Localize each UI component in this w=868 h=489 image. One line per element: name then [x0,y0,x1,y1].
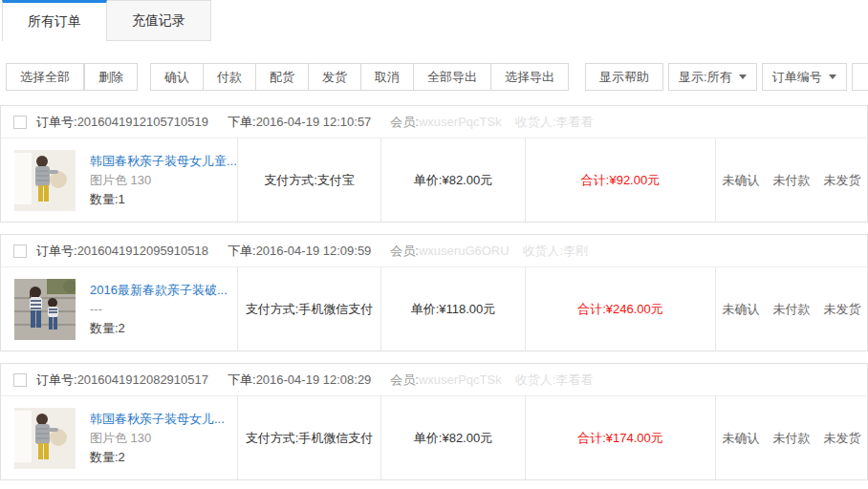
total-cell: 合计:¥174.00元 [525,396,715,479]
placed-datetime: 2016-04-19 12:10:57 [256,115,372,129]
placed-datetime: 2016-04-19 12:08:29 [256,372,372,387]
toolbar: 选择全部 删除 确认 付款 配货 发货 取消 全部导出 选择导出 显示帮助 显示… [6,63,868,91]
total-amount: ¥174.00元 [606,430,663,447]
show-filter-label: 显示:所有 [679,69,732,86]
total-label: 合计: [581,172,610,189]
order-no: 2016041912082910517 [77,372,208,387]
status-unpaid: 未付款 [773,301,811,318]
tab-all-orders[interactable]: 所有订单 [2,0,107,41]
status-cell: 未确认 未付款 未发货 [715,396,867,479]
member-label: 会员: [390,243,419,260]
product-cell: 2016最新春款亲子装破... --- 数量:2 [1,267,237,351]
product-quantity: 数量:2 [90,450,125,464]
member-label: 会员: [390,114,419,131]
order-checkbox[interactable] [13,116,27,129]
cancel-button[interactable]: 取消 [360,63,414,91]
receiver-name: 收货人:李看看 [515,372,594,389]
order-checkbox[interactable] [13,244,27,258]
member-name: wxuserPqcTSk [419,372,502,387]
member-name: wxuserPqcTSk [419,115,502,129]
toolbar-left: 选择全部 删除 确认 付款 配货 发货 取消 全部导出 选择导出 显示帮助 [6,63,663,91]
order-block: 订单号:2016041912105710519 下单:2016-04-19 12… [0,105,868,223]
status-cell: 未确认 未付款 未发货 [715,138,867,222]
unit-price-cell: 单价:¥82.00元 [380,138,525,222]
product-variant: --- [90,302,102,316]
export-selected-button[interactable]: 选择导出 [490,63,569,91]
member-name: wxuseruG6ORU [419,244,510,258]
product-variant: 图片色 130 [90,431,151,445]
receiver-name: 收货人:李刚 [523,243,589,260]
toolbar-right: 显示:所有 订单编号 [663,63,868,91]
order-body: 2016最新春款亲子装破... --- 数量:2 支付方式:手机微信支付 单价:… [1,267,867,351]
status-unpaid: 未付款 [773,172,811,189]
payment-method-cell: 支付方式:支付宝 [237,138,380,222]
total-amount: ¥92.00元 [609,172,660,189]
order-body: 韩国春秋亲子装母女儿... 图片色 130 数量:2 支付方式:手机微信支付 单… [1,396,867,479]
product-cell: 韩国春秋亲子装母女儿... 图片色 130 数量:2 [1,396,237,479]
placed-label: 下单: [228,243,256,260]
placed-label: 下单: [228,372,256,389]
product-quantity: 数量:1 [90,192,125,206]
export-all-button[interactable]: 全部导出 [413,63,491,91]
product-info: 韩国春秋亲子装母女儿童... 图片色 130 数量:1 [90,152,237,209]
product-title-link[interactable]: 韩国春秋亲子装母女儿童... [90,154,237,168]
orders-page: 所有订单 充值记录 选择全部 删除 确认 付款 配货 发货 取消 全部导出 选择… [0,0,868,489]
total-label: 合计: [577,301,606,318]
member-label: 会员: [390,372,419,389]
product-info: 韩国春秋亲子装母女儿... 图片色 130 数量:2 [90,410,225,467]
status-unshipped: 未发货 [824,430,861,447]
status-unshipped: 未发货 [824,301,861,318]
order-header: 订单号:2016041912095910518 下单:2016-04-19 12… [1,235,867,267]
payment-method-cell: 支付方式:手机微信支付 [237,267,380,351]
show-filter-dropdown[interactable]: 显示:所有 [668,63,757,91]
order-no: 2016041912105710519 [77,115,208,129]
order-no-label: 订单号: [36,372,77,389]
order-no-label: 订单号: [36,114,77,131]
order-no-label: 订单号: [36,243,77,260]
product-image[interactable] [14,279,76,340]
placed-label: 下单: [228,114,256,131]
total-label: 合计: [577,430,606,447]
order-block: 订单号:2016041912095910518 下单:2016-04-19 12… [0,234,868,351]
unit-price-cell: 单价:¥82.00元 [380,396,525,479]
status-unpaid: 未付款 [773,430,811,447]
order-body: 韩国春秋亲子装母女儿童... 图片色 130 数量:1 支付方式:支付宝 单价:… [1,138,867,222]
search-type-label: 订单编号 [772,69,822,86]
order-header: 订单号:2016041912105710519 下单:2016-04-19 12… [1,106,867,138]
product-quantity: 数量:2 [90,321,125,335]
order-block: 订单号:2016041912082910517 下单:2016-04-19 12… [0,363,868,480]
show-help-button[interactable]: 显示帮助 [585,63,663,91]
confirm-button[interactable]: 确认 [150,63,204,91]
order-no: 2016041912095910518 [77,244,208,258]
total-cell: 合计:¥246.00元 [525,267,715,351]
product-info: 2016最新春款亲子装破... --- 数量:2 [90,281,228,338]
product-cell: 韩国春秋亲子装母女儿童... 图片色 130 数量:1 [1,138,237,222]
status-unconfirmed: 未确认 [723,301,760,318]
product-title-link[interactable]: 2016最新春款亲子装破... [90,283,228,297]
product-title-link[interactable]: 韩国春秋亲子装母女儿... [90,412,225,426]
status-unconfirmed: 未确认 [723,430,760,447]
order-header: 订单号:2016041912082910517 下单:2016-04-19 12… [1,364,867,396]
total-amount: ¥246.00元 [606,301,663,318]
select-all-button[interactable]: 选择全部 [6,63,84,91]
receiver-name: 收货人:李看看 [515,114,594,131]
allocate-button[interactable]: 配货 [255,63,309,91]
delete-button[interactable]: 删除 [84,63,138,91]
order-checkbox[interactable] [13,373,27,387]
order-actions-group: 确认 付款 配货 发货 取消 全部导出 选择导出 [150,63,569,91]
status-cell: 未确认 未付款 未发货 [715,267,867,351]
product-image[interactable] [14,150,76,211]
pay-button[interactable]: 付款 [203,63,256,91]
tab-bar: 所有订单 充值记录 [0,0,868,41]
search-type-dropdown[interactable]: 订单编号 [762,63,847,91]
ship-button[interactable]: 发货 [308,63,361,91]
product-image[interactable] [14,408,76,469]
status-unconfirmed: 未确认 [723,172,760,189]
unit-price-cell: 单价:¥118.00元 [380,267,525,351]
chevron-down-icon [739,74,747,79]
tab-recharge-records[interactable]: 充值记录 [107,0,211,41]
status-unshipped: 未发货 [824,172,861,189]
order-search-input[interactable] [852,63,868,91]
payment-method-cell: 支付方式:手机微信支付 [237,396,380,479]
placed-datetime: 2016-04-19 12:09:59 [256,244,372,258]
